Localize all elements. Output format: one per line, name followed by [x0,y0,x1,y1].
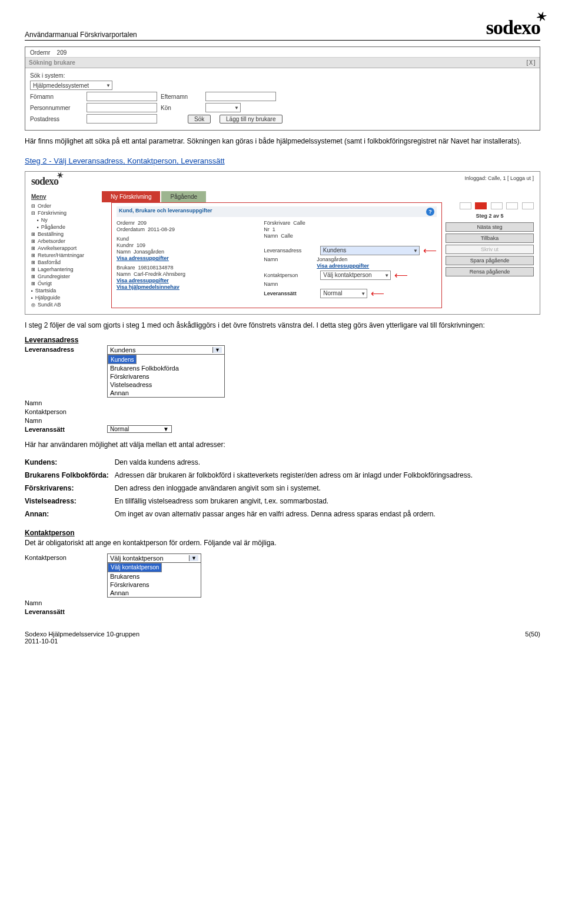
system-label: Sök i system: [30,72,83,79]
flag-icon [460,202,471,209]
ordernr-label: Ordernr [30,49,50,56]
login-status: Inloggad: Calle, 1 [ Logga ut ] [464,175,534,188]
search-panel-title: Sökning brukare [29,59,75,66]
add-brukare-button[interactable]: Lägg till ny brukare [220,115,282,124]
spara-button[interactable]: Spara pågående [446,256,534,265]
dd2-option[interactable]: Förskrivarens [108,581,201,589]
document-footer: Sodexo Hjälpmedelsservice 10-gruppen 201… [25,631,540,645]
footer-left-2: 2011-10-01 [25,638,139,645]
visa-hjalpmedel-link[interactable]: Visa hjälpmedelsinnehav [117,284,180,290]
ordernr-value: 209 [57,49,67,56]
menu-grundregister[interactable]: Grundregister [31,273,108,280]
kontaktperson-select[interactable]: Välj kontaktperson▼ [320,271,391,280]
dd1-option[interactable]: Vistelseadress [108,381,224,389]
close-button[interactable]: [X] [526,59,536,66]
dd1-ls-label: Leveranssätt [25,426,65,433]
sok-button[interactable]: Sök [188,115,211,124]
leveranssatt-select[interactable]: Normal▼ [320,289,367,298]
definitions-table: Kundens:Den valda kundens adress. Brukar… [25,456,478,521]
menu-forskrivning[interactable]: Förskrivning [31,209,108,216]
paragraph-4: Det är obligatoriskt att ange en kontakt… [25,538,540,548]
menu-sundit[interactable]: Sundit AB [31,301,108,308]
dd1-option[interactable]: Annan [108,389,224,397]
fornamn-input[interactable] [87,92,157,101]
dd2-option[interactable]: Välj kontaktperson [108,563,162,572]
document-title: Användarmanual Förskrivarportalen [25,31,137,39]
dd2-select[interactable]: Välj kontaktperson▼ [107,553,201,563]
dd1-option[interactable]: Förskrivarens [108,372,224,381]
def-val: En tillfällig vistelseadress som brukare… [115,495,478,508]
visa-adress-link-1[interactable]: Visa adressuppgifter [117,255,169,261]
flag-icon [506,202,518,209]
nasta-steg-button[interactable]: Nästa steg [446,222,534,232]
flag-icon [491,202,503,209]
postadress-input[interactable] [87,114,157,124]
flag-icon [475,202,487,209]
efternamn-input[interactable] [205,92,276,101]
menu-header: Meny [31,194,102,200]
dd1-lev-label: Leveransadress [25,346,74,353]
tillbaka-button[interactable]: Tillbaka [446,233,534,243]
dd2-option[interactable]: Annan [108,589,201,597]
dd2-option[interactable]: Brukarens [108,572,201,581]
fornamn-label: Förnamn [30,94,83,100]
step2-heading-link[interactable]: Steg 2 - Välj Leveransadress, Kontaktper… [25,156,225,165]
def-key: Vistelseadress: [25,495,115,508]
logo-star-icon: ✶ [534,8,548,26]
chevron-down-icon: ▼ [189,555,198,561]
screenshot-kontaktperson-dropdown: Kontaktperson Välj kontaktperson▼ Välj k… [25,553,540,615]
kon-select[interactable]: ▼ [205,103,241,112]
chevron-down-icon: ▼ [163,426,169,432]
def-key: Förskrivarens: [25,482,115,495]
rensa-button[interactable]: Rensa pågående [446,267,534,276]
dd2-ls-label: Leveranssätt [25,608,65,615]
menu-hjalpguide[interactable]: Hjälpguide [31,294,108,301]
content-panel: Kund, Brukare och leveransuppgifter ? Or… [111,202,442,308]
dd1-namn-label: Namn [25,399,107,406]
screenshot-leveransadress-dropdown: Leveransadress Kundens▼ Kundens Brukaren… [25,345,540,433]
skriv-ut-button[interactable]: Skriv ut [446,245,534,254]
menu-returer[interactable]: Returer/Hämtningar [31,252,108,259]
tab-pagaende[interactable]: Pågående [161,191,206,202]
document-header: Användarmanual Förskrivarportalen sodexo… [25,16,540,41]
tab-ny-forskrivning[interactable]: Ny Förskrivning [102,191,160,202]
dd1-option[interactable]: Kundens [108,355,137,364]
chevron-down-icon: ▼ [212,347,222,353]
menu-arbetsorder[interactable]: Arbetsorder [31,238,108,245]
dd1-list: Kundens Brukarens Folkbokförda Förskriva… [107,354,225,398]
def-key: Brukarens Folkbokförda: [25,469,115,482]
arrow-icon: ⟵ [423,245,437,256]
dd1-ls-select[interactable]: Normal▼ [107,425,172,433]
dd1-option[interactable]: Brukarens Folkbokförda [108,364,224,372]
right-panel: Steg 2 av 5 Nästa steg Tillbaka Skriv ut… [446,202,534,308]
visa-adress-link-3[interactable]: Visa adressuppgifter [317,263,369,269]
menu-startsida[interactable]: Startsida [31,287,108,294]
menu-ny[interactable]: Ny [37,216,108,224]
menu-basforrad[interactable]: Basförråd [31,259,108,266]
dd2-namn-label: Namn [25,599,107,606]
menu-order[interactable]: Order [31,202,108,209]
arrow-icon: ⟵ [394,269,408,281]
footer-left-1: Sodexo Hjälpmedelsservice 10-gruppen [25,631,139,638]
arrow-icon: ⟵ [371,288,384,299]
menu-pagaende[interactable]: Pågående [37,224,108,231]
visa-adress-link-2[interactable]: Visa adressuppgifter [117,278,169,283]
leveransadress-select[interactable]: Kundens▼ [320,246,420,255]
paragraph-2: I steg 2 följer de val som gjorts i steg… [25,321,540,330]
dd1-select[interactable]: Kundens▼ [107,345,225,355]
paragraph-3: Här har användaren möjlighet att välja m… [25,440,540,449]
mini-logo: sodexo✶ [31,175,58,188]
flag-icon [522,202,534,209]
menu-avvikelserapport[interactable]: Avvikelserapport [31,245,108,252]
menu-ovrigt[interactable]: Övrigt [31,280,108,287]
menu-bestalling[interactable]: Beställning [31,231,108,238]
postadress-label: Postadress [30,116,83,122]
help-icon[interactable]: ? [426,208,434,216]
def-val: Adressen där brukaren är folkbokförd i s… [115,469,478,482]
system-select[interactable]: Hjälpmedelssystemet▼ [30,81,112,90]
personnummer-input[interactable] [87,103,157,112]
def-key: Kundens: [25,456,115,469]
menu-lagerhantering[interactable]: Lagerhantering [31,266,108,273]
sidebar-menu: Order Förskrivning Ny Pågående Beställni… [31,202,108,308]
def-val: Om inget av ovan alternativ passar anges… [115,508,478,521]
